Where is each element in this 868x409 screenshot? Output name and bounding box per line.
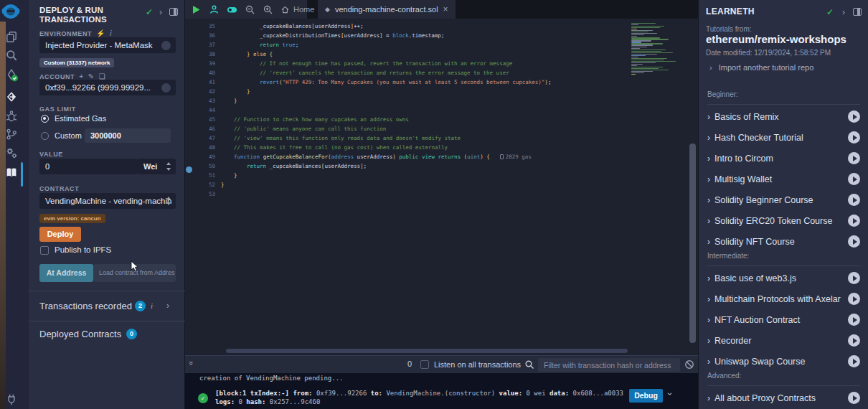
terminal-expand-icon[interactable]: » <box>187 361 196 365</box>
tutorial-item[interactable]: ›Uniswap Swap Course <box>707 351 860 372</box>
horizontal-scrollbar[interactable] <box>226 349 628 353</box>
unit-spinner-icon[interactable] <box>166 162 171 171</box>
tutorial-item-label: Basics of Remix <box>714 112 848 122</box>
import-tutorial-repo[interactable]: ›Import another tutorial repo <box>709 63 813 72</box>
panel-layout-icon[interactable] <box>169 8 178 16</box>
tutorial-item[interactable]: ›Solidity NFT Course <box>707 231 860 252</box>
tutorial-item[interactable]: ›Basic use of web3.js <box>707 268 860 288</box>
play-tutorial-button[interactable] <box>848 293 860 305</box>
pending-log-line: creation of VendingMachine pending... <box>199 375 343 382</box>
play-tutorial-button[interactable] <box>848 392 860 404</box>
play-tutorial-button[interactable] <box>848 215 860 227</box>
play-tutorial-button[interactable] <box>848 235 860 248</box>
info-icon[interactable]: i <box>110 29 112 37</box>
minimap-line <box>631 74 636 75</box>
minimap-line <box>631 55 646 56</box>
tutorial-item[interactable]: ›All about Proxy Contracts <box>707 387 860 408</box>
minimap-line <box>631 47 647 47</box>
publish-ipfs-checkbox[interactable] <box>40 246 49 255</box>
minimap-line <box>631 36 637 37</box>
tutorial-item[interactable]: ›NFT Auction Contract <box>707 309 860 330</box>
tutorial-item[interactable]: ›Basics of Remix <box>707 106 860 127</box>
zoom-out-icon[interactable] <box>245 4 255 15</box>
account-settings-icon[interactable] <box>161 83 171 93</box>
custom-gas-radio[interactable] <box>41 132 49 140</box>
breakpoint-dot[interactable] <box>186 166 192 173</box>
contract-spinner-icon[interactable] <box>166 197 171 205</box>
home-tab[interactable]: Home <box>280 5 314 14</box>
tutorial-item[interactable]: ›Recorder <box>707 330 860 351</box>
minimap-line <box>631 64 643 65</box>
code-editor[interactable]: 35_cupcakeBalances[userAddress]++;36_cup… <box>185 22 698 348</box>
zoom-in-icon[interactable] <box>263 4 273 15</box>
chevron-right-icon: › <box>707 195 710 205</box>
line-number: 51 <box>185 172 215 179</box>
at-address-button[interactable]: At Address <box>39 264 93 282</box>
estimated-gas-radio[interactable] <box>41 115 49 123</box>
environment-settings-icon[interactable] <box>161 41 171 50</box>
minimap-line <box>631 62 656 63</box>
tutorial-item[interactable]: ›Multichain Protocols with Axelar <box>707 288 860 309</box>
tutorial-item-label: Solidity ERC20 Token Course <box>714 216 848 226</box>
divider <box>29 321 185 321</box>
solidity-compiler-icon[interactable] <box>5 69 18 82</box>
account-select[interactable]: 0xf39...92266 (9999.99929... <box>39 80 176 95</box>
clear-terminal-icon[interactable] <box>684 359 694 370</box>
plug-icon[interactable]: ⚡ <box>96 29 105 37</box>
play-tutorial-button[interactable] <box>848 131 860 144</box>
play-tutorial-button[interactable] <box>848 314 860 326</box>
transaction-filter-input[interactable] <box>538 358 680 372</box>
settings-icon[interactable] <box>5 146 18 159</box>
tab-vending-machine-contract[interactable]: ◆ vending-machine-contract.sol × <box>318 0 456 19</box>
play-tutorial-button[interactable] <box>848 272 860 284</box>
tutorial-item[interactable]: ›Intro to Circom <box>707 148 860 169</box>
git-icon[interactable] <box>5 128 18 141</box>
environment-select[interactable]: Injected Provider - MetaMask <box>39 37 176 53</box>
toggle-icon[interactable] <box>227 4 237 15</box>
chevron-right-icon: › <box>707 273 710 283</box>
editor-minimap[interactable] <box>631 23 684 79</box>
tutorial-item[interactable]: ›Solidity ERC20 Token Course <box>707 210 860 231</box>
play-tutorial-button[interactable] <box>848 111 860 123</box>
code-line-39: 39// If not enough time has passed, reve… <box>185 59 512 68</box>
contract-select[interactable]: VendingMachine - vending-machin <box>39 193 176 209</box>
tutorial-item[interactable]: ›Solidity Beginner Course <box>707 189 860 210</box>
value-unit-select[interactable]: Wei <box>138 159 176 174</box>
close-tab-icon[interactable]: × <box>443 4 448 14</box>
line-number: 43 <box>185 98 215 104</box>
debugger-icon[interactable] <box>5 110 18 123</box>
line-number: 47 <box>185 135 215 141</box>
play-tutorial-button[interactable] <box>848 334 860 347</box>
transaction-log[interactable]: [block:1 txIndex:-] from: 0xf39...92266 … <box>215 389 624 406</box>
assistant-icon[interactable] <box>209 4 220 15</box>
terminal-search-icon[interactable] <box>524 359 534 370</box>
deploy-run-icon[interactable] <box>5 90 18 103</box>
transactions-expand-chevron[interactable]: › <box>166 301 169 311</box>
learneth-chevron-icon[interactable]: › <box>842 7 845 17</box>
play-tutorial-button[interactable] <box>848 194 860 206</box>
plugin-manager-icon[interactable] <box>5 393 18 406</box>
play-tutorial-button[interactable] <box>848 355 860 367</box>
debug-button[interactable]: Debug <box>629 389 663 403</box>
play-tutorial-button[interactable] <box>848 173 860 185</box>
play-tutorial-button[interactable] <box>848 152 860 164</box>
tutorial-item-label: Recorder <box>714 336 848 346</box>
tutorial-item[interactable]: ›Hash Checker Tutorial <box>707 127 860 148</box>
run-script-icon[interactable] <box>191 4 202 15</box>
listen-transactions-checkbox[interactable] <box>420 360 429 369</box>
learneth-book-icon[interactable] <box>5 166 18 179</box>
learneth-layout-icon[interactable] <box>853 8 862 16</box>
value-input[interactable]: 0 <box>39 159 138 174</box>
deploy-button[interactable]: Deploy <box>39 227 81 242</box>
minimap-line <box>631 71 653 72</box>
custom-gas-input[interactable]: 3000000 <box>85 128 171 143</box>
transactions-info-icon[interactable]: i <box>151 301 153 310</box>
tutorial-item[interactable]: ›Multisig Wallet <box>707 169 860 189</box>
tx-expand-chevron[interactable]: › <box>665 392 675 395</box>
panel-chevron-icon[interactable]: › <box>159 7 162 17</box>
code-line-46: 46// 'public' means anyone can call this… <box>185 124 386 133</box>
remix-logo-icon[interactable] <box>1 4 20 21</box>
search-icon[interactable] <box>5 49 18 62</box>
file-explorer-icon[interactable] <box>5 30 18 43</box>
vertical-scrollbar[interactable] <box>689 144 696 343</box>
